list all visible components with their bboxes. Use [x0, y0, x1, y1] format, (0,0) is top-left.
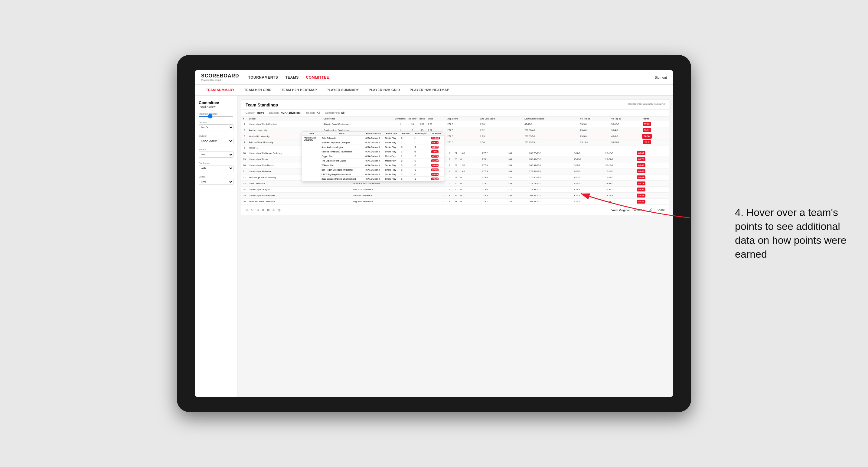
- tab-team-h2h-heatmap[interactable]: TEAM H2H HEATMAP: [276, 85, 322, 95]
- cell-avg-low: 2.86: [479, 121, 523, 127]
- school-label: School: [199, 176, 234, 178]
- division-chip-value: NCAA Division I: [281, 111, 301, 114]
- division-chip: Division: NCAA Division I: [269, 111, 301, 114]
- slider-container: [199, 116, 234, 117]
- tooltip-col-event: Event: [320, 131, 363, 136]
- division-select[interactable]: NCAA Division I: [199, 138, 234, 144]
- division-chip-label: Division:: [269, 111, 279, 114]
- cell-vs-top25: 33-9-0: [579, 121, 610, 127]
- content-area: Team Standings Update time: 13/03/2024 1…: [238, 96, 673, 397]
- col-school: School: [247, 117, 322, 121]
- tab-player-h2h-grid[interactable]: PLAYER H2H GRID: [364, 85, 405, 95]
- region-label: Region: [199, 148, 234, 151]
- cell-adj-score: 272.0: [446, 121, 478, 127]
- cell-vs-top50: 50-10-0: [610, 121, 641, 127]
- cell-low-overall: 67-10-0: [523, 121, 579, 127]
- gender-filter: Gender Men's: [199, 121, 234, 130]
- watch-button[interactable]: Watch ▾: [634, 208, 645, 212]
- annotation-container: 4. Hover over a team's points to see add…: [735, 206, 850, 261]
- col-no-tour: No Tour: [407, 117, 418, 121]
- nav-items: TOURNAMENTS TEAMS COMMITTEE: [248, 74, 651, 81]
- update-time: Update time: 13/03/2024 10:03:42: [628, 102, 665, 105]
- col-conf-rank: Conf Rank: [394, 117, 407, 121]
- tooltip-col-team: Team: [302, 131, 320, 136]
- col-rank: #: [241, 117, 247, 121]
- grid-button[interactable]: ⊞: [267, 208, 270, 212]
- school-select[interactable]: (All): [199, 179, 234, 185]
- redo-button[interactable]: ↪: [251, 208, 253, 212]
- tooltip-header-row: Team Event Event Division Event Type Rou…: [302, 131, 444, 136]
- conference-select[interactable]: (All): [199, 165, 234, 171]
- gender-chip-value: Men's: [257, 111, 264, 114]
- conference-chip: Conference: All: [325, 111, 344, 114]
- share-button[interactable]: Share: [657, 208, 665, 212]
- toolbar-right: View: Original Watch ▾ 🔗 Share: [612, 208, 665, 212]
- region-chip: Region: All: [306, 111, 320, 114]
- report-header: Team Standings Update time: 13/03/2024 1…: [241, 99, 669, 110]
- region-chip-value: All: [317, 111, 320, 114]
- undo-button[interactable]: ↩: [246, 208, 248, 212]
- nav-tournaments[interactable]: TOURNAMENTS: [248, 74, 278, 81]
- paint-button[interactable]: ✏: [273, 208, 275, 212]
- sidebar: Committee Portal Review Minimum Rounds G…: [195, 96, 238, 397]
- nav-committee[interactable]: COMMITTEE: [306, 74, 329, 81]
- tooltip-row: Southern Highlands Collegiate NCAA Divis…: [302, 141, 444, 145]
- nav-teams[interactable]: TEAMS: [285, 74, 299, 81]
- region-chip-label: Region:: [306, 111, 315, 114]
- tooltip-col-rank-impact: Rank Impact: [412, 131, 430, 136]
- bottom-toolbar: ↩ ↪ ↺ ⧉ ⊞ ✏ ◷ View: Original Watch ▾ 🔗: [241, 205, 669, 215]
- table-row: 1 University of North Carolina Atlantic …: [241, 121, 669, 127]
- tablet-screen: SCOREBOARD Powered by clippd TOURNAMENTS…: [195, 70, 673, 397]
- min-rounds-slider[interactable]: [199, 116, 234, 117]
- tab-player-summary[interactable]: PLAYER SUMMARY: [322, 85, 364, 95]
- logo-text: SCOREBOARD: [201, 73, 239, 79]
- tab-player-h2h-heatmap[interactable]: PLAYER H2H HEATMAP: [405, 85, 454, 95]
- tooltip-row: Arizona StateUniversity Cato Collegiate …: [302, 136, 444, 141]
- tooltip-row: Amer An Intercollegiate NCAA Division I …: [302, 145, 444, 149]
- tab-bar: TEAM SUMMARY TEAM H2H GRID TEAM H2H HEAT…: [195, 85, 673, 96]
- tooltip-row: The Cypress Point Classic NCAA Division …: [302, 158, 444, 163]
- copy-button[interactable]: ⧉: [262, 208, 264, 212]
- col-bnds: Bnds: [418, 117, 427, 121]
- minimum-rounds-filter: Minimum Rounds: [199, 113, 234, 117]
- filters-row: Gender: Men's Division: NCAA Division I …: [241, 110, 669, 117]
- cell-bnds: 262: [418, 121, 427, 127]
- gender-chip-label: Gender:: [246, 111, 255, 114]
- tab-team-h2h-grid[interactable]: TEAM H2H GRID: [239, 85, 276, 95]
- app-header: SCOREBOARD Powered by clippd TOURNAMENTS…: [195, 70, 673, 85]
- sidebar-title: Committee Portal Review: [199, 100, 234, 108]
- logo-sub: Powered by clippd: [201, 79, 239, 81]
- tooltip-popup: Team Event Event Division Event Type Rou…: [302, 131, 444, 182]
- sign-out-button[interactable]: Sign out: [655, 75, 667, 79]
- col-conference: Conference: [322, 117, 394, 121]
- cell-conference: Atlantic Coast Conference: [322, 121, 394, 127]
- committee-sub: Portal Review: [199, 105, 234, 108]
- tooltip-row: Williams Cup NCAA Division I Stroke Play…: [302, 163, 444, 167]
- cell-school: University of North Carolina: [247, 121, 322, 127]
- conference-label: Conference: [199, 162, 234, 164]
- share-icon[interactable]: 🔗: [649, 208, 652, 212]
- cell-points[interactable]: 97.02: [641, 121, 669, 127]
- reset-button[interactable]: ↺: [256, 208, 259, 212]
- school-filter: School (All): [199, 176, 234, 185]
- report-container: Team Standings Update time: 13/03/2024 1…: [241, 99, 669, 215]
- division-filter: Division NCAA Division I: [199, 134, 234, 144]
- annotation-text: 4. Hover over a team's points to see add…: [735, 206, 850, 261]
- tooltip-row: OFCC Fighting Illini Invitational NCAA D…: [302, 172, 444, 177]
- tooltip-col-rounds: Rounds: [400, 131, 412, 136]
- tab-team-summary[interactable]: TEAM SUMMARY: [201, 85, 239, 95]
- conference-chip-value: All: [341, 111, 344, 114]
- cell-rank: 1: [241, 121, 247, 127]
- region-select[interactable]: N/A: [199, 152, 234, 158]
- clock-button[interactable]: ◷: [278, 208, 281, 212]
- cell-conf-rank: 1: [394, 121, 407, 127]
- col-avg-low: Avg Low Score: [479, 117, 523, 121]
- cell-wins: 2.86: [427, 121, 446, 127]
- toolbar-left: ↩ ↪ ↺ ⧉ ⊞ ✏ ◷: [246, 208, 281, 212]
- view-original-button[interactable]: View: Original: [612, 209, 630, 212]
- col-vs-top50: Vs Top 50: [610, 117, 641, 121]
- gender-select[interactable]: Men's: [199, 124, 234, 130]
- header-separator: [653, 74, 653, 81]
- standings-title: Team Standings: [246, 102, 278, 107]
- main-content: Committee Portal Review Minimum Rounds G…: [195, 96, 673, 397]
